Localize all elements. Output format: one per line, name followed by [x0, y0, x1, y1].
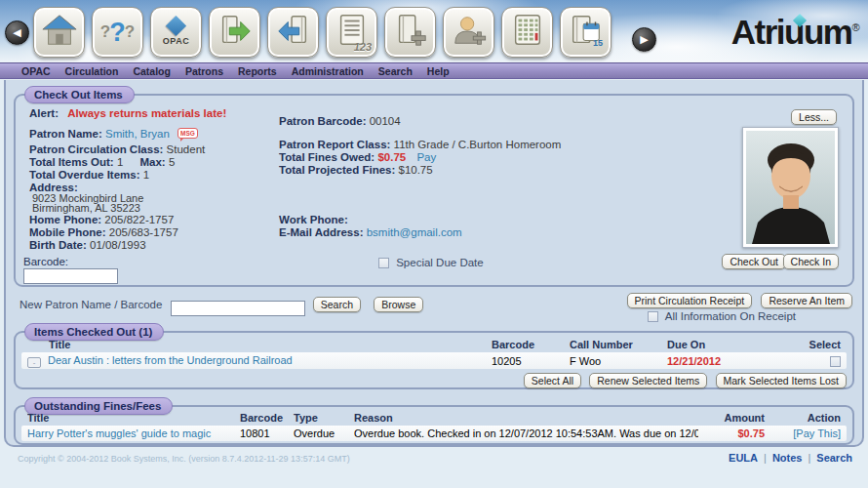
- fine-title-link[interactable]: Harry Potter's muggles' guide to magic: [27, 427, 211, 439]
- copyright-text: Copyright © 2004-2012 Book Systems, Inc.…: [18, 454, 350, 464]
- max-value: 5: [169, 156, 175, 168]
- email-value[interactable]: bsmith@gmail.com: [367, 226, 462, 238]
- fines-col-reason: Reason: [354, 412, 698, 424]
- calculator-icon: [509, 12, 546, 53]
- patron-barcode-label: Patron Barcode:: [279, 115, 366, 127]
- items-table-header: Title Barcode Call Number Due On Select: [16, 339, 852, 350]
- fine-reason: Overdue book. Checked in on 12/07/2012 1…: [354, 427, 698, 439]
- message-badge-icon[interactable]: MSG: [178, 128, 198, 139]
- alert-text: Always returns materials late!: [67, 107, 226, 119]
- special-due-date-checkbox[interactable]: [378, 258, 389, 268]
- less-button[interactable]: Less...: [791, 109, 837, 125]
- pay-this-link[interactable]: [Pay This]: [793, 427, 841, 439]
- patron-barcode-value: 00104: [370, 115, 401, 127]
- add-patron-button[interactable]: [443, 7, 494, 58]
- projected-fines-label: Total Projected Fines:: [279, 164, 395, 176]
- check-in-button[interactable]: Check In: [783, 254, 839, 269]
- print-circulation-receipt-button[interactable]: Print Circulation Receipt: [627, 293, 753, 308]
- col-barcode: Barcode: [492, 339, 570, 350]
- list-123-label: 123: [354, 41, 372, 53]
- all-information-checkbox[interactable]: [648, 311, 658, 322]
- circ-class-value: Student: [167, 143, 206, 155]
- help-button[interactable]: ???: [92, 7, 143, 58]
- fines-owed-label: Total Fines Owed:: [279, 151, 375, 163]
- item-title-link[interactable]: Dear Austin : letters from the Undergrou…: [48, 354, 293, 366]
- overdue-items-value: 1: [143, 169, 149, 181]
- checkout-section-title: Check Out Items: [24, 86, 135, 103]
- back-arrow-button[interactable]: ◀: [5, 20, 29, 45]
- home-icon: [41, 12, 78, 53]
- search-button[interactable]: Search: [313, 297, 361, 312]
- pay-link[interactable]: Pay: [416, 151, 436, 163]
- fines-owed-value: $0.75: [377, 151, 406, 163]
- opac-button[interactable]: OPAC: [150, 7, 202, 58]
- due-date-button[interactable]: 15: [560, 7, 612, 58]
- add-item-button[interactable]: [384, 7, 436, 58]
- item-call-number: F Woo: [570, 355, 667, 367]
- col-due-on: Due On: [667, 339, 794, 350]
- address-line-2: Birmingham, AL 35223: [32, 202, 140, 214]
- items-checked-out-section: Items Checked Out (1) Title Barcode Call…: [14, 331, 854, 389]
- check-out-button-toolbar[interactable]: [267, 7, 319, 58]
- mobile-phone-label: Mobile Phone:: [29, 226, 106, 238]
- book-green-arrow-icon: [217, 12, 254, 53]
- patron-photo: [742, 127, 839, 248]
- eula-link[interactable]: EULA: [729, 452, 758, 464]
- alert-label: Alert:: [29, 107, 59, 119]
- menu-reports[interactable]: Reports: [238, 65, 277, 77]
- browse-button[interactable]: Browse: [374, 297, 423, 312]
- home-phone-label: Home Phone:: [29, 214, 101, 225]
- menu-help[interactable]: Help: [427, 65, 450, 77]
- menu-administration[interactable]: Administration: [292, 65, 364, 77]
- reserve-an-item-button[interactable]: Reserve An Item: [761, 293, 852, 308]
- col-title: Title: [27, 339, 492, 350]
- forward-arrow-button[interactable]: ▶: [632, 27, 656, 52]
- person-plus-icon: [451, 12, 488, 53]
- fines-col-amount: Amount: [698, 412, 765, 424]
- special-due-date-label: Special Due Date: [396, 257, 484, 268]
- item-barcode: 10205: [492, 355, 570, 367]
- mark-lost-button[interactable]: Mark Selected Items Lost: [716, 373, 847, 388]
- col-call-number: Call Number: [570, 339, 667, 350]
- fines-col-barcode: Barcode: [240, 412, 294, 424]
- circ-class-label: Patron Circulation Class:: [29, 143, 163, 155]
- patron-name-label: Patron Name:: [29, 128, 102, 140]
- birth-date-label: Birth Date:: [29, 239, 87, 251]
- check-out-button[interactable]: Check Out: [722, 254, 786, 269]
- home-phone-value: 205/822-1757: [104, 214, 174, 225]
- check-in-button-toolbar[interactable]: [209, 7, 260, 58]
- fines-col-type: Type: [294, 412, 354, 424]
- fines-table-header: Title Barcode Type Reason Amount Action: [16, 412, 852, 424]
- email-label: E-Mail Address:: [279, 226, 363, 238]
- fine-type: Overdue: [294, 427, 354, 439]
- menu-circulation[interactable]: Circulation: [65, 65, 119, 77]
- mobile-phone-value: 205/683-1757: [109, 226, 178, 238]
- report-class-value: 11th Grade / C.Burton Homeroom: [394, 139, 562, 150]
- menu-catalog[interactable]: Catalog: [133, 65, 171, 77]
- calendar-15-label: 15: [593, 38, 603, 48]
- renew-selected-button[interactable]: Renew Selected Items: [589, 373, 707, 388]
- logo-text: Atriuum: [731, 13, 852, 51]
- new-patron-input[interactable]: [171, 301, 305, 316]
- notes-link[interactable]: Notes: [772, 452, 803, 464]
- projected-fines-value: $10.75: [398, 164, 432, 176]
- home-button[interactable]: [33, 7, 85, 58]
- item-note-icon[interactable]: -: [27, 357, 41, 368]
- book-plus-icon: [392, 12, 429, 53]
- fine-barcode: 10801: [240, 427, 294, 439]
- atriuum-app: ◀ ??? OPAC: [0, 0, 868, 488]
- birth-date-value: 01/08/1993: [90, 239, 146, 251]
- search-link[interactable]: Search: [816, 452, 852, 464]
- barcode-input[interactable]: [23, 268, 118, 284]
- menu-bar: OPAC Circulation Catalog Patrons Reports…: [0, 62, 868, 79]
- circulation-numbers-button[interactable]: 123: [326, 7, 377, 58]
- menu-opac[interactable]: OPAC: [21, 65, 51, 77]
- select-all-button[interactable]: Select All: [524, 373, 581, 388]
- calculator-button[interactable]: [501, 7, 553, 58]
- patron-name-link[interactable]: Smith, Bryan: [105, 128, 170, 140]
- items-out-value: 1: [117, 156, 123, 168]
- item-select-checkbox[interactable]: [830, 356, 841, 367]
- new-patron-label: New Patron Name / Barcode: [20, 299, 162, 310]
- menu-search[interactable]: Search: [378, 65, 413, 77]
- menu-patrons[interactable]: Patrons: [185, 65, 223, 77]
